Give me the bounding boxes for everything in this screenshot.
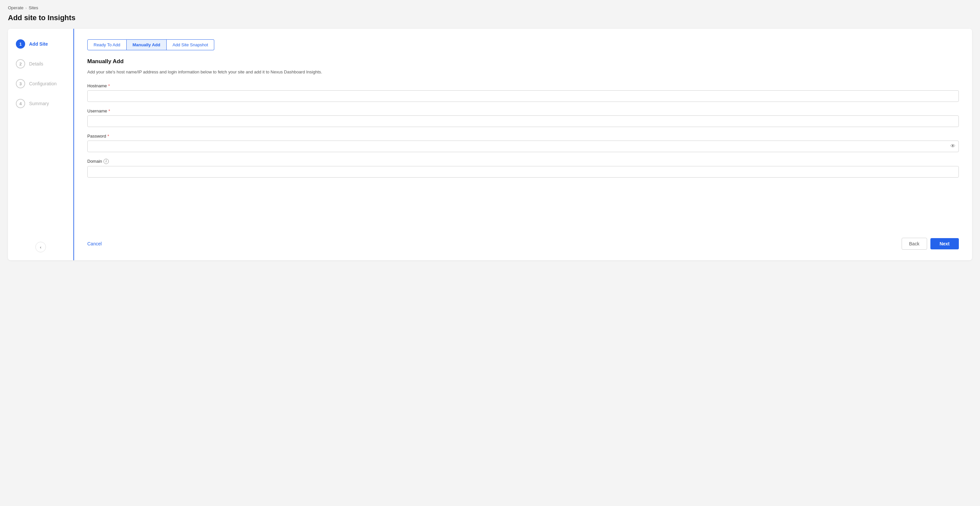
- step-label-4: Summary: [29, 101, 49, 106]
- tab-bar: Ready To Add Manually Add Add Site Snaps…: [87, 39, 959, 50]
- form-section: Manually Add Add your site's host name/I…: [87, 58, 959, 184]
- domain-label: Domain i: [87, 159, 959, 164]
- tab-add-site-snapshot[interactable]: Add Site Snapshot: [167, 39, 215, 50]
- username-required-star: *: [108, 108, 110, 113]
- password-required-star: *: [107, 134, 109, 138]
- main-content: Ready To Add Manually Add Add Site Snaps…: [74, 29, 972, 260]
- step-circle-3: 3: [16, 79, 25, 88]
- hostname-label: Hostname *: [87, 83, 959, 88]
- action-buttons: Back Next: [902, 238, 959, 250]
- breadcrumb: Operate › Sites: [8, 5, 972, 10]
- step-item-2: 2 Details: [16, 59, 73, 68]
- username-group: Username *: [87, 108, 959, 127]
- steps-sidebar: 1 Add Site 2 Details 3 Configuration: [8, 29, 74, 260]
- username-label: Username *: [87, 108, 959, 113]
- form-description: Add your site's host name/IP address and…: [87, 69, 959, 75]
- breadcrumb-parent[interactable]: Operate: [8, 5, 24, 10]
- step-item-1: 1 Add Site: [16, 39, 73, 49]
- step-label-1: Add Site: [29, 41, 48, 47]
- form-section-title: Manually Add: [87, 58, 959, 65]
- domain-group: Domain i: [87, 159, 959, 178]
- hostname-group: Hostname *: [87, 83, 959, 102]
- breadcrumb-chevron: ›: [25, 6, 27, 10]
- step-circle-2: 2: [16, 59, 25, 68]
- steps-list: 1 Add Site 2 Details 3 Configuration: [8, 39, 73, 119]
- toggle-password-icon[interactable]: 👁: [950, 143, 956, 149]
- username-input[interactable]: [87, 115, 959, 127]
- main-card: 1 Add Site 2 Details 3 Configuration: [8, 29, 972, 260]
- password-input[interactable]: [87, 140, 959, 152]
- domain-input[interactable]: [87, 166, 959, 178]
- sidebar-collapse-button[interactable]: ‹: [35, 242, 46, 252]
- password-group: Password * 👁: [87, 134, 959, 152]
- step-circle-1: 1: [16, 39, 25, 49]
- hostname-input[interactable]: [87, 90, 959, 102]
- step-item-4: 4 Summary: [16, 99, 73, 108]
- breadcrumb-current[interactable]: Sites: [29, 5, 38, 10]
- tab-ready-to-add[interactable]: Ready To Add: [87, 39, 127, 50]
- step-label-2: Details: [29, 61, 43, 67]
- step-item-3: 3 Configuration: [16, 79, 73, 88]
- password-label: Password *: [87, 134, 959, 138]
- cancel-button[interactable]: Cancel: [87, 239, 102, 249]
- step-circle-4: 4: [16, 99, 25, 108]
- hostname-required-star: *: [108, 83, 110, 88]
- password-wrapper: 👁: [87, 140, 959, 152]
- domain-info-icon: i: [103, 159, 109, 164]
- tab-manually-add[interactable]: Manually Add: [127, 39, 167, 50]
- form-footer: Cancel Back Next: [87, 227, 959, 250]
- step-label-3: Configuration: [29, 81, 57, 86]
- page-title: Add site to Insights: [8, 14, 972, 22]
- back-button[interactable]: Back: [902, 238, 927, 250]
- next-button[interactable]: Next: [931, 238, 959, 249]
